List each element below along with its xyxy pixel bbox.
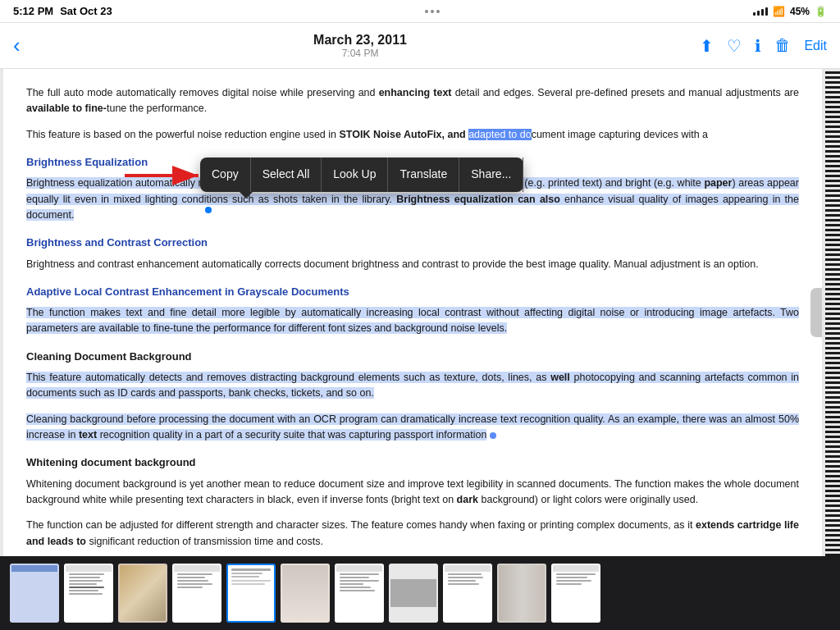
- select-all-button[interactable]: Select All: [251, 158, 322, 192]
- share-icon[interactable]: ⬆: [700, 36, 714, 56]
- section4-para2: Cleaning background before processing th…: [26, 412, 799, 444]
- status-right: 📶 45% 🔋: [753, 6, 827, 17]
- wifi-icon: 📶: [773, 6, 785, 17]
- signal-icon: [753, 7, 768, 16]
- doc-title: March 23, 2011: [21, 33, 701, 48]
- thumbnail-9[interactable]: [443, 564, 492, 623]
- selection-cursor-start: [205, 207, 212, 213]
- section2-para: Brightness and contrast enhancement auto…: [26, 257, 799, 272]
- edit-button[interactable]: Edit: [804, 39, 827, 53]
- nav-left: ‹: [13, 33, 21, 58]
- thumbnail-8[interactable]: [389, 564, 438, 623]
- thumbnail-4[interactable]: [172, 564, 221, 623]
- paragraph-2: This feature is based on the powerful no…: [26, 127, 799, 143]
- thumbnail-3[interactable]: [118, 564, 167, 623]
- section5-para1: Whitening document background is yet ano…: [26, 477, 799, 509]
- info-icon[interactable]: ℹ: [755, 36, 761, 56]
- doc-viewer: The full auto mode automatically removes…: [3, 69, 822, 556]
- red-arrow-annotation: [125, 164, 207, 187]
- section5-para2: The function can be adjusted for differe…: [26, 518, 799, 550]
- battery-icon: 🔋: [815, 6, 827, 17]
- scroll-handle[interactable]: [810, 288, 822, 337]
- copy-button[interactable]: Copy: [200, 158, 251, 192]
- date: Sat Oct 23: [60, 5, 112, 17]
- section3-para: The function makes text and fine detail …: [26, 305, 799, 337]
- translate-button[interactable]: Translate: [388, 158, 459, 192]
- paragraph-1: The full auto mode automatically removes…: [26, 85, 799, 117]
- section3-heading: Adaptive Local Contrast Enhancement in G…: [26, 284, 799, 300]
- favorite-icon[interactable]: ♡: [727, 36, 742, 56]
- thumbnail-11[interactable]: [551, 564, 600, 623]
- delete-icon[interactable]: 🗑: [774, 36, 791, 55]
- battery-percent: 45%: [790, 6, 810, 17]
- time: 5:12 PM: [13, 5, 53, 17]
- three-dots: [425, 10, 440, 13]
- thumbnail-5[interactable]: [226, 564, 276, 623]
- nav-bar: ‹ March 23, 2011 7:04 PM ⬆ ♡ ℹ 🗑 Edit: [0, 23, 840, 69]
- thumbnail-1[interactable]: [10, 564, 59, 623]
- selection-popup: Copy Select All Look Up Translate Share.…: [200, 158, 523, 192]
- back-button[interactable]: ‹: [13, 33, 21, 58]
- nav-right: ⬆ ♡ ℹ 🗑 Edit: [700, 36, 827, 56]
- popup-arrow: [240, 192, 253, 199]
- section4-heading: Cleaning Document Background: [26, 349, 799, 365]
- thumbnail-10[interactable]: [497, 564, 546, 623]
- thumbnail-strip: [0, 556, 840, 630]
- main-area: The full auto mode automatically removes…: [0, 69, 840, 556]
- look-up-button[interactable]: Look Up: [322, 158, 388, 192]
- doc-subtitle: 7:04 PM: [21, 48, 701, 59]
- section2-heading: Brightness and Contrast Correction: [26, 235, 799, 251]
- thumbnail-6[interactable]: [281, 564, 330, 623]
- section5-heading: Whitening document background: [26, 454, 799, 471]
- section4-para1: This feature automatically detects and r…: [26, 370, 799, 402]
- thumbnail-7[interactable]: [335, 564, 384, 623]
- thumbnail-2[interactable]: [64, 564, 113, 623]
- nav-title: March 23, 2011 7:04 PM: [21, 33, 701, 59]
- share-popup-button[interactable]: Share...: [459, 158, 523, 192]
- page-edge: [825, 69, 840, 556]
- doc-content: The full auto mode automatically removes…: [3, 69, 822, 556]
- selection-cursor-end: [490, 432, 496, 439]
- status-left: 5:12 PM Sat Oct 23: [13, 5, 112, 17]
- status-bar: 5:12 PM Sat Oct 23 📶 45% 🔋: [0, 0, 840, 23]
